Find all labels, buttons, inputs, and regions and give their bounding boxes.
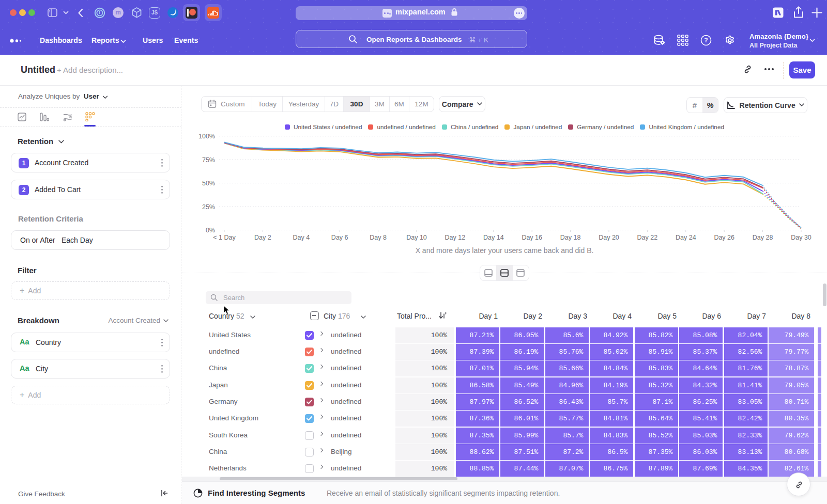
svg-text:Day 28: Day 28 [753, 234, 773, 241]
svg-text:Day 10: Day 10 [406, 234, 427, 241]
svg-text:< 1 Day: < 1 Day [213, 234, 236, 241]
svg-text:?: ? [704, 37, 708, 44]
svg-text:Day 2: Day 2 [254, 234, 271, 241]
svg-text:25%: 25% [202, 203, 215, 211]
svg-text:50%: 50% [202, 180, 215, 187]
svg-text:Day 12: Day 12 [445, 234, 466, 241]
svg-text:Day 26: Day 26 [714, 234, 734, 241]
svg-text:Day 30: Day 30 [791, 234, 811, 241]
svg-text:100%: 100% [198, 133, 215, 140]
svg-text:Day 16: Day 16 [522, 234, 542, 241]
svg-text:Day 24: Day 24 [676, 234, 696, 241]
svg-text:Day 4: Day 4 [293, 234, 310, 241]
svg-text:75%: 75% [202, 156, 215, 164]
svg-text:Day 22: Day 22 [637, 234, 658, 241]
svg-text:Day 8: Day 8 [370, 234, 387, 241]
svg-text:Day 20: Day 20 [599, 234, 619, 241]
svg-text:0%: 0% [206, 227, 215, 234]
svg-text:Day 6: Day 6 [331, 234, 348, 241]
svg-text:Day 18: Day 18 [560, 234, 581, 241]
svg-text:Day 14: Day 14 [483, 234, 504, 241]
